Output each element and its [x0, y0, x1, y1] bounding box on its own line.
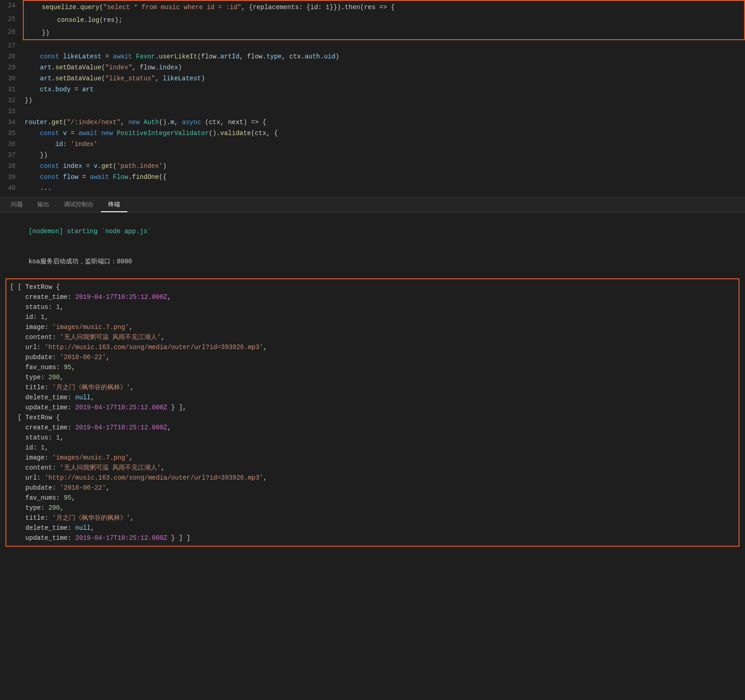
- line-number-27: 27: [0, 40, 23, 51]
- code-line-40: 40 ...: [0, 183, 745, 193]
- line-number-31: 31: [0, 84, 23, 95]
- code-line-28: 28 const likeLatest = await Favor.userLi…: [0, 51, 745, 62]
- line-content-26: }): [23, 26, 745, 40]
- textrow-open-2: [ TextRow {: [10, 413, 735, 423]
- textrow-type-1: type: 200,: [10, 372, 735, 382]
- code-line-34: 34 router.get("/:index/next", new Auth()…: [0, 117, 745, 128]
- panel-tabs: 问题 输出 调试控制台 终端: [0, 198, 745, 213]
- textrow-updatetime-2: update_time: 2019-04-17T10:25:12.000Z } …: [10, 533, 735, 543]
- textrow-content-2: content: '无人问我粥可温 风雨不见江湖人',: [10, 463, 735, 473]
- line-content-33: [23, 106, 745, 117]
- tab-debug-console[interactable]: 调试控制台: [57, 198, 101, 212]
- textrow-content-1: content: '无人问我粥可温 风雨不见江湖人',: [10, 332, 735, 342]
- code-line-30: 30 art.setDataValue("like_status", likeL…: [0, 73, 745, 84]
- tab-issues[interactable]: 问题: [4, 198, 30, 212]
- textrow-updatetime-1: update_time: 2019-04-17T10:25:12.000Z } …: [10, 402, 735, 413]
- code-line-27: 27: [0, 40, 745, 51]
- code-line-31: 31 ctx.body = art: [0, 84, 745, 95]
- code-line-32: 32 }): [0, 95, 745, 106]
- line-number-34: 34: [0, 117, 23, 128]
- line-number-33: 33: [0, 106, 23, 117]
- code-line-29: 29 art.setDataValue("index", flow.index): [0, 62, 745, 73]
- line-content-32: }): [23, 95, 745, 106]
- tab-output[interactable]: 输出: [30, 198, 57, 212]
- textrow-image-2: image: 'images/music.7.png',: [10, 453, 735, 463]
- textrow-deletetime-1: delete_time: null,: [10, 392, 735, 402]
- code-line-26: 26 }): [0, 26, 745, 40]
- line-content-29: art.setDataValue("index", flow.index): [23, 62, 745, 73]
- line-number-26: 26: [0, 26, 23, 37]
- textrow-status-1: status: 1,: [10, 302, 735, 312]
- code-line-24: 24 sequelize.query("select * from music …: [0, 0, 745, 14]
- code-line-25: 25 console.log(res);: [0, 14, 745, 26]
- line-content-40: ...: [23, 183, 745, 193]
- output-box: [ [ TextRow { create_time: 2019-04-17T10…: [5, 278, 740, 547]
- line-number-24: 24: [0, 0, 23, 11]
- textrow-create-time-2: create_time: 2019-04-17T10:25:12.000Z,: [10, 423, 735, 433]
- line-content-28: const likeLatest = await Favor.userLikeI…: [23, 51, 745, 62]
- textrow-title-1: title: '月之门《枫华谷的枫林》',: [10, 382, 735, 392]
- code-line-36: 36 id: 'index': [0, 139, 745, 150]
- line-content-30: art.setDataValue("like_status", likeLate…: [23, 73, 745, 84]
- textrow-id-1: id: 1,: [10, 312, 735, 322]
- nodemon-starting-line: [nodemon] starting `node app.js`: [5, 216, 740, 246]
- line-content-37: }): [23, 150, 745, 161]
- textrow-deletetime-2: delete_time: null,: [10, 523, 735, 533]
- textrow-create-time-1: create_time: 2019-04-17T10:25:12.000Z,: [10, 292, 735, 302]
- highlighted-code-block: 24 sequelize.query("select * from music …: [0, 0, 745, 40]
- line-number-32: 32: [0, 95, 23, 106]
- line-content-25: console.log(res);: [23, 14, 745, 26]
- editor-area: 24 sequelize.query("select * from music …: [0, 0, 745, 193]
- koa-start-line: koa服务启动成功，监听端口：8000: [5, 246, 740, 277]
- line-content-31: ctx.body = art: [23, 84, 745, 95]
- textrow-pubdate-1: pubdate: '2018-06-22',: [10, 352, 735, 362]
- line-content-39: const flow = await Flow.findOne({: [23, 172, 745, 183]
- code-line-35: 35 const v = await new PositiveIntegerVa…: [0, 128, 745, 139]
- line-content-35: const v = await new PositiveIntegerValid…: [23, 128, 745, 139]
- textrow-status-2: status: 1,: [10, 433, 735, 443]
- line-number-30: 30: [0, 73, 23, 84]
- line-content-34: router.get("/:index/next", new Auth().m,…: [23, 117, 745, 128]
- terminal-area: [nodemon] starting `node app.js` koa服务启动…: [0, 213, 745, 552]
- line-number-25: 25: [0, 14, 23, 25]
- textrow-url-2: url: 'http://music.163.com/song/media/ou…: [10, 473, 735, 483]
- line-number-29: 29: [0, 62, 23, 73]
- textrow-image-1: image: 'images/music.7.png',: [10, 322, 735, 332]
- line-content-38: const index = v.get('path.index'): [23, 161, 745, 172]
- line-number-35: 35: [0, 128, 23, 139]
- line-number-39: 39: [0, 172, 23, 183]
- textrow-pubdate-2: pubdate: '2018-06-22',: [10, 483, 735, 493]
- textrow-favnums-1: fav_nums: 95,: [10, 362, 735, 372]
- textrow-url-1: url: 'http://music.163.com/song/media/ou…: [10, 342, 735, 352]
- tab-terminal[interactable]: 终端: [101, 198, 127, 212]
- textrow-open-1: [ [ TextRow {: [10, 282, 735, 292]
- code-line-38: 38 const index = v.get('path.index'): [0, 161, 745, 172]
- code-line-37: 37 }): [0, 150, 745, 161]
- code-line-33: 33: [0, 106, 745, 117]
- line-number-36: 36: [0, 139, 23, 150]
- textrow-title-2: title: '月之门《枫华谷的枫林》',: [10, 513, 735, 523]
- line-content-27: [23, 40, 745, 51]
- textrow-id-2: id: 1,: [10, 443, 735, 453]
- textrow-type-2: type: 200,: [10, 503, 735, 513]
- line-number-38: 38: [0, 161, 23, 172]
- code-line-39: 39 const flow = await Flow.findOne({: [0, 172, 745, 183]
- panel: 问题 输出 调试控制台 终端 [nodemon] starting `node …: [0, 197, 745, 552]
- line-number-28: 28: [0, 51, 23, 62]
- textrow-favnums-2: fav_nums: 95,: [10, 493, 735, 503]
- line-number-37: 37: [0, 150, 23, 161]
- line-number-40: 40: [0, 183, 23, 193]
- line-content-24: sequelize.query("select * from music whe…: [23, 0, 745, 14]
- line-content-36: id: 'index': [23, 139, 745, 150]
